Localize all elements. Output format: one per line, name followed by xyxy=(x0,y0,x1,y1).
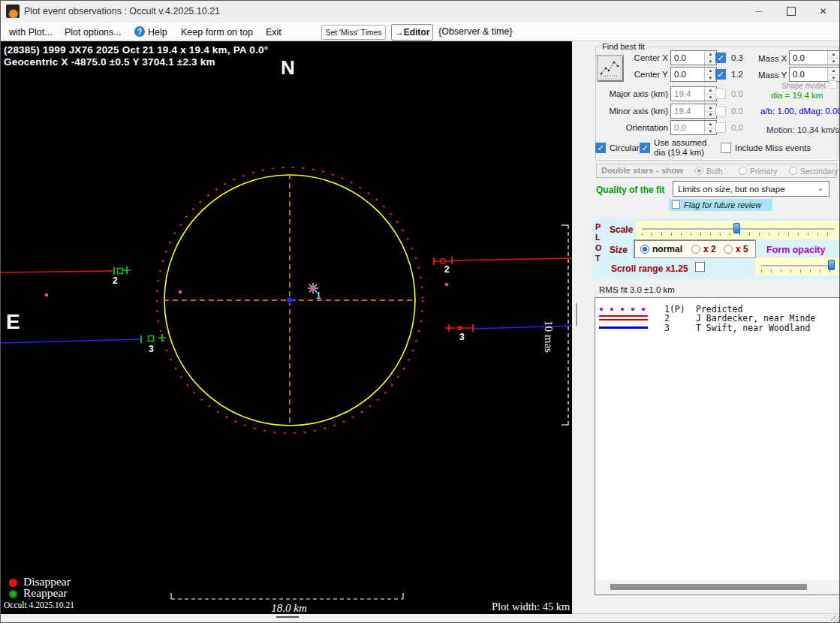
quality-dropdown[interactable]: Limits on size, but no shape ⌄ xyxy=(673,181,829,197)
minor-axis-label: Minor axis (km) xyxy=(597,107,668,116)
flag-review-label: Flag for future review xyxy=(684,200,761,209)
occult-plot-window: { "window": { "title": "Plot event obser… xyxy=(0,0,840,623)
svg-text:3: 3 xyxy=(149,344,154,354)
size-x5-label: x 5 xyxy=(736,244,748,254)
red-line-swatch xyxy=(599,315,648,321)
size-x2-radio[interactable] xyxy=(691,245,700,254)
major-sigma-checkbox[interactable] xyxy=(715,89,726,99)
form-opacity-thumb[interactable] xyxy=(828,260,835,270)
title-bar: Plot event observations : Occult v.4.202… xyxy=(0,0,840,23)
maximize-button[interactable] xyxy=(774,0,808,23)
mass-y-spinner[interactable]: 0.0 ▲▼ xyxy=(789,67,840,82)
center-x-spin-buttons[interactable]: ▲▼ xyxy=(704,51,716,65)
radio-primary[interactable] xyxy=(739,167,747,175)
plot-letter-l: L xyxy=(595,233,601,242)
minor-sigma-checkbox[interactable] xyxy=(715,106,726,116)
svg-text:2: 2 xyxy=(444,264,450,275)
menu-exit[interactable]: Exit xyxy=(266,27,282,38)
disappear-dot-icon xyxy=(9,579,17,587)
plot-letter-o: O xyxy=(595,243,602,252)
editor-button[interactable]: →Editor xyxy=(391,24,433,41)
circular-checkbox[interactable] xyxy=(595,143,606,153)
orientation-sigma-checkbox[interactable] xyxy=(715,122,726,133)
help-icon xyxy=(134,26,145,37)
observations-listbox[interactable]: 1(P) Predicted 2 J Bardecker, near Minde… xyxy=(595,297,840,595)
center-y-spin-buttons[interactable]: ▲▼ xyxy=(704,68,716,81)
scale-slider[interactable] xyxy=(636,221,840,239)
minimize-button[interactable] xyxy=(742,0,775,23)
size-normal-label: normal xyxy=(652,244,682,254)
radio-both[interactable] xyxy=(695,167,703,175)
center-x-label: Center X xyxy=(597,53,668,62)
form-opacity-slider[interactable] xyxy=(755,257,840,275)
major-axis-value: 19.4 xyxy=(674,89,691,98)
orientation-spinner[interactable]: 0.0 ▲▼ xyxy=(670,120,717,135)
splitter-handle[interactable] xyxy=(576,303,577,326)
scale-slider-thumb[interactable] xyxy=(733,223,740,233)
orientation-spin-buttons[interactable]: ▲▼ xyxy=(704,121,716,134)
plot-header-line1: (28385) 1999 JX76 2025 Oct 21 19.4 x 19.… xyxy=(4,44,268,56)
use-assumed-label-line1: Use assumed xyxy=(654,138,706,147)
plot-header-line2: Geocentric X -4875.0 ±0.5 Y 3704.1 ±2.3 … xyxy=(4,56,215,68)
mass-x-spinner[interactable]: 0.0 ▲▼ xyxy=(789,50,840,65)
obs-num: 2 xyxy=(664,313,670,324)
minor-axis-spin-buttons[interactable]: ▲▼ xyxy=(704,104,716,118)
mass-x-value: 0.0 xyxy=(793,53,805,62)
radio-secondary-label: Secondary xyxy=(800,167,838,176)
radio-secondary[interactable] xyxy=(789,167,797,175)
size-label: Size xyxy=(610,245,628,255)
mass-y-spin-buttons[interactable]: ▲▼ xyxy=(827,68,839,81)
close-button[interactable] xyxy=(806,0,840,23)
plot-canvas[interactable]: 12233 (28385) 1999 JX76 2025 Oct 21 19.4… xyxy=(0,41,572,614)
legend-reappear: Reappear xyxy=(23,586,68,600)
find-best-fit-label: Find best fit xyxy=(600,42,647,51)
resize-grip[interactable] xyxy=(831,615,840,623)
plot-width-label: Plot width: 45 km xyxy=(492,600,570,613)
include-miss-checkbox[interactable] xyxy=(721,143,731,153)
scrollbar-thumb[interactable] xyxy=(610,584,807,590)
major-axis-spinner[interactable]: 19.4 ▲▼ xyxy=(670,86,717,101)
menu-with-plot[interactable]: with Plot... xyxy=(9,27,53,38)
list-item[interactable]: 3 T Swift, near Woodland xyxy=(595,323,839,333)
shape-model-checkbox[interactable] xyxy=(829,80,837,89)
list-item[interactable]: 2 J Bardecker, near Minde xyxy=(595,313,839,323)
flag-review-checkbox[interactable] xyxy=(672,200,680,209)
svg-text:1: 1 xyxy=(316,290,321,301)
dia-text: dia = 19.4 km xyxy=(771,91,823,100)
radio-both-label: Both xyxy=(706,167,723,176)
mass-x-spin-buttons[interactable]: ▲▼ xyxy=(827,51,839,65)
list-horizontal-scrollbar[interactable] xyxy=(595,580,839,594)
set-miss-times-button[interactable]: Set 'Miss' Times xyxy=(321,25,386,40)
panel-bottom-divider xyxy=(572,613,840,614)
north-label: N xyxy=(281,56,295,80)
size-normal-radio[interactable] xyxy=(640,245,649,254)
center-x-value: 0.0 xyxy=(674,53,686,62)
use-assumed-label-line2: dia (19.4 km) xyxy=(654,148,704,157)
quality-label: Quality of the fit xyxy=(596,185,664,195)
scale-bar-label: 18.0 km xyxy=(259,602,319,614)
minor-axis-spinner[interactable]: 19.4 ▲▼ xyxy=(670,104,717,119)
form-opacity-ticks xyxy=(761,269,834,272)
include-miss-label: Include Miss events xyxy=(735,143,811,152)
orientation-label: Orientation xyxy=(597,123,668,132)
use-assumed-checkbox[interactable] xyxy=(640,143,650,153)
center-y-spinner[interactable]: 0.0 ▲▼ xyxy=(670,67,717,82)
center-x-spinner[interactable]: 0.0 ▲▼ xyxy=(670,50,717,65)
major-axis-label: Major axis (km) xyxy=(597,89,668,98)
major-axis-spin-buttons[interactable]: ▲▼ xyxy=(704,87,716,101)
svg-text:3: 3 xyxy=(459,332,465,342)
menu-keep-on-top[interactable]: Keep form on top xyxy=(181,27,253,38)
menu-help[interactable]: Help xyxy=(148,27,167,38)
sigma-y-checkbox[interactable] xyxy=(715,69,726,80)
bottom-grip[interactable] xyxy=(276,616,299,618)
size-x5-radio[interactable] xyxy=(724,245,733,254)
observer-time-label: {Observer & time} xyxy=(438,26,513,37)
predicted-line-swatch xyxy=(599,306,648,312)
center-y-label: Center Y xyxy=(597,70,668,79)
obs-name: J Bardecker, near Minde xyxy=(696,313,815,324)
scroll-range-checkbox[interactable] xyxy=(695,262,705,272)
center-y-value: 0.0 xyxy=(674,70,686,79)
sigma-x-checkbox[interactable] xyxy=(715,53,726,63)
reappear-dot-icon xyxy=(9,590,17,598)
menu-plot-options[interactable]: Plot options... xyxy=(65,27,122,38)
